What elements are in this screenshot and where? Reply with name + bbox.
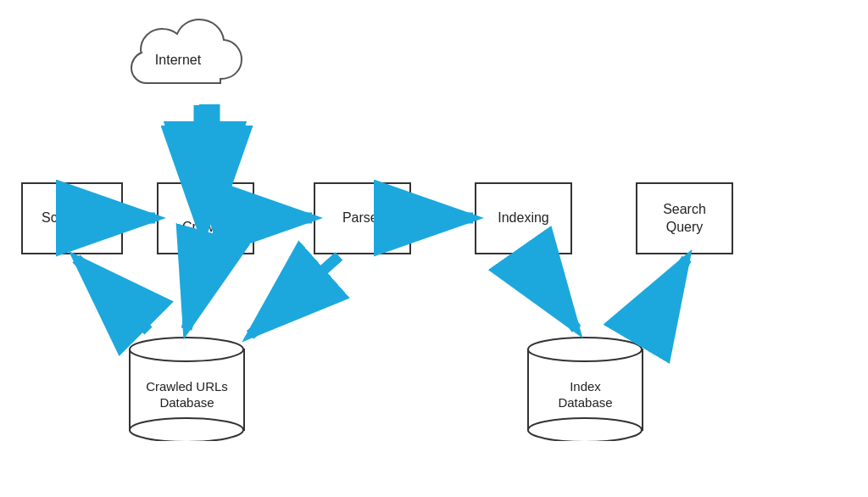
crawleddb-node: Crawled URLsDatabase	[125, 331, 248, 441]
architecture-diagram: Internet WebCrawler Scheduler Parser Ind…	[0, 0, 868, 497]
searchquery-node: SearchQuery	[636, 182, 733, 254]
internet-node: Internet	[110, 15, 246, 104]
internet-label: Internet	[155, 53, 201, 68]
parser-label: Parser	[342, 209, 382, 227]
scheduler-label: Scheduler	[42, 209, 103, 227]
webcrawler-node: WebCrawler	[157, 182, 254, 254]
indexdb-label: IndexDatabase	[558, 378, 612, 411]
parser-node: Parser	[314, 182, 411, 254]
indexing-label: Indexing	[498, 209, 549, 227]
indexing-to-indexdb-arrow	[526, 256, 576, 329]
crawleddb-label: Crawled URLsDatabase	[146, 378, 228, 411]
webcrawler-label: WebCrawler	[182, 201, 229, 237]
svg-point-1	[130, 418, 243, 441]
crawleddb-to-scheduler-arrow	[76, 259, 148, 331]
scheduler-node: Scheduler	[21, 182, 123, 254]
webcrawler-to-crawleddb-arrow	[186, 256, 207, 329]
indexing-node: Indexing	[475, 182, 572, 254]
indexdb-to-searchquery-arrow	[644, 259, 687, 331]
searchquery-label: SearchQuery	[663, 201, 706, 237]
indexdb-node: IndexDatabase	[524, 331, 647, 441]
svg-point-4	[528, 418, 642, 441]
parser-to-crawleddb-arrow	[250, 256, 339, 335]
svg-point-5	[528, 338, 642, 361]
svg-point-2	[130, 338, 243, 361]
